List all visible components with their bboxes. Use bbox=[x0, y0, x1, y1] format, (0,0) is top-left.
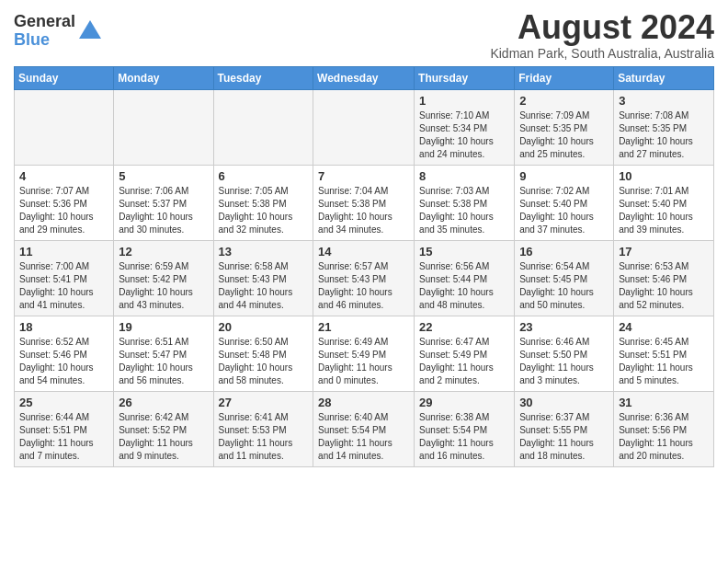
day-number: 9 bbox=[519, 169, 609, 183]
day-info: Sunrise: 7:07 AM Sunset: 5:36 PM Dayligh… bbox=[19, 185, 108, 236]
day-number: 16 bbox=[519, 245, 609, 259]
day-number: 23 bbox=[519, 320, 609, 334]
calendar-cell: 4Sunrise: 7:07 AM Sunset: 5:36 PM Daylig… bbox=[15, 165, 114, 240]
calendar-table: SundayMondayTuesdayWednesdayThursdayFrid… bbox=[14, 66, 714, 467]
day-info: Sunrise: 6:57 AM Sunset: 5:43 PM Dayligh… bbox=[318, 260, 409, 312]
day-info: Sunrise: 6:50 AM Sunset: 5:48 PM Dayligh… bbox=[219, 336, 309, 387]
day-info: Sunrise: 6:36 AM Sunset: 5:56 PM Dayligh… bbox=[619, 411, 709, 463]
day-number: 30 bbox=[519, 396, 609, 409]
day-number: 27 bbox=[219, 396, 309, 409]
calendar-cell: 9Sunrise: 7:02 AM Sunset: 5:40 PM Daylig… bbox=[515, 165, 614, 240]
calendar-cell: 29Sunrise: 6:38 AM Sunset: 5:54 PM Dayli… bbox=[415, 391, 515, 466]
day-number: 25 bbox=[19, 396, 108, 409]
day-info: Sunrise: 7:00 AM Sunset: 5:41 PM Dayligh… bbox=[19, 260, 108, 312]
logo-text: GeneralBlue bbox=[14, 13, 75, 50]
month-year-title: August 2024 bbox=[490, 9, 714, 46]
calendar-week-1: 1Sunrise: 7:10 AM Sunset: 5:34 PM Daylig… bbox=[15, 89, 714, 165]
calendar-cell: 16Sunrise: 6:54 AM Sunset: 5:45 PM Dayli… bbox=[515, 240, 614, 316]
calendar-cell: 17Sunrise: 6:53 AM Sunset: 5:46 PM Dayli… bbox=[614, 240, 714, 316]
day-info: Sunrise: 6:54 AM Sunset: 5:45 PM Dayligh… bbox=[519, 260, 609, 312]
day-info: Sunrise: 7:05 AM Sunset: 5:38 PM Dayligh… bbox=[219, 185, 309, 236]
calendar-cell bbox=[114, 89, 213, 165]
calendar-cell: 24Sunrise: 6:45 AM Sunset: 5:51 PM Dayli… bbox=[614, 316, 714, 391]
day-info: Sunrise: 6:47 AM Sunset: 5:49 PM Dayligh… bbox=[419, 336, 509, 387]
day-info: Sunrise: 6:51 AM Sunset: 5:47 PM Dayligh… bbox=[119, 336, 208, 387]
day-number: 11 bbox=[19, 245, 108, 259]
day-number: 6 bbox=[219, 169, 309, 183]
day-info: Sunrise: 6:53 AM Sunset: 5:46 PM Dayligh… bbox=[619, 260, 709, 312]
calendar-week-3: 11Sunrise: 7:00 AM Sunset: 5:41 PM Dayli… bbox=[15, 240, 714, 316]
day-number: 4 bbox=[19, 169, 108, 183]
day-number: 31 bbox=[619, 396, 709, 409]
svg-marker-0 bbox=[79, 20, 101, 39]
day-number: 20 bbox=[219, 320, 309, 334]
day-info: Sunrise: 6:38 AM Sunset: 5:54 PM Dayligh… bbox=[419, 411, 509, 463]
calendar-cell: 18Sunrise: 6:52 AM Sunset: 5:46 PM Dayli… bbox=[15, 316, 114, 391]
day-info: Sunrise: 6:41 AM Sunset: 5:53 PM Dayligh… bbox=[219, 411, 309, 463]
day-number: 24 bbox=[619, 320, 709, 334]
day-info: Sunrise: 7:02 AM Sunset: 5:40 PM Dayligh… bbox=[519, 185, 609, 236]
calendar-week-2: 4Sunrise: 7:07 AM Sunset: 5:36 PM Daylig… bbox=[15, 165, 714, 240]
day-info: Sunrise: 6:46 AM Sunset: 5:50 PM Dayligh… bbox=[519, 336, 609, 387]
title-area: August 2024 Kidman Park, South Australia… bbox=[490, 9, 714, 61]
calendar-cell: 19Sunrise: 6:51 AM Sunset: 5:47 PM Dayli… bbox=[114, 316, 213, 391]
weekday-header-wednesday: Wednesday bbox=[313, 66, 415, 89]
day-info: Sunrise: 7:06 AM Sunset: 5:37 PM Dayligh… bbox=[119, 185, 208, 236]
calendar-cell: 22Sunrise: 6:47 AM Sunset: 5:49 PM Dayli… bbox=[415, 316, 515, 391]
calendar-cell: 30Sunrise: 6:37 AM Sunset: 5:55 PM Dayli… bbox=[515, 391, 614, 466]
day-info: Sunrise: 7:01 AM Sunset: 5:40 PM Dayligh… bbox=[619, 185, 709, 236]
day-info: Sunrise: 6:52 AM Sunset: 5:46 PM Dayligh… bbox=[19, 336, 108, 387]
day-info: Sunrise: 7:10 AM Sunset: 5:34 PM Dayligh… bbox=[419, 109, 509, 161]
day-number: 1 bbox=[419, 94, 509, 108]
calendar-cell: 5Sunrise: 7:06 AM Sunset: 5:37 PM Daylig… bbox=[114, 165, 213, 240]
calendar-cell: 28Sunrise: 6:40 AM Sunset: 5:54 PM Dayli… bbox=[313, 391, 415, 466]
weekday-header-saturday: Saturday bbox=[614, 66, 714, 89]
day-number: 19 bbox=[119, 320, 208, 334]
calendar-week-4: 18Sunrise: 6:52 AM Sunset: 5:46 PM Dayli… bbox=[15, 316, 714, 391]
calendar-cell: 25Sunrise: 6:44 AM Sunset: 5:51 PM Dayli… bbox=[15, 391, 114, 466]
day-info: Sunrise: 6:56 AM Sunset: 5:44 PM Dayligh… bbox=[419, 260, 509, 312]
calendar-cell: 12Sunrise: 6:59 AM Sunset: 5:42 PM Dayli… bbox=[114, 240, 213, 316]
day-info: Sunrise: 7:08 AM Sunset: 5:35 PM Dayligh… bbox=[619, 109, 709, 161]
calendar-cell: 7Sunrise: 7:04 AM Sunset: 5:38 PM Daylig… bbox=[313, 165, 415, 240]
day-number: 22 bbox=[419, 320, 509, 334]
day-info: Sunrise: 7:04 AM Sunset: 5:38 PM Dayligh… bbox=[318, 185, 409, 236]
day-number: 18 bbox=[19, 320, 108, 334]
day-number: 21 bbox=[318, 320, 409, 334]
calendar-cell bbox=[213, 89, 313, 165]
day-info: Sunrise: 7:09 AM Sunset: 5:35 PM Dayligh… bbox=[519, 109, 609, 161]
calendar-cell: 15Sunrise: 6:56 AM Sunset: 5:44 PM Dayli… bbox=[415, 240, 515, 316]
calendar-cell: 20Sunrise: 6:50 AM Sunset: 5:48 PM Dayli… bbox=[213, 316, 313, 391]
day-number: 26 bbox=[119, 396, 208, 409]
day-number: 3 bbox=[619, 94, 709, 108]
calendar-cell: 1Sunrise: 7:10 AM Sunset: 5:34 PM Daylig… bbox=[415, 89, 515, 165]
day-number: 14 bbox=[318, 245, 409, 259]
calendar-cell bbox=[313, 89, 415, 165]
weekday-header-thursday: Thursday bbox=[415, 66, 515, 89]
day-info: Sunrise: 7:03 AM Sunset: 5:38 PM Dayligh… bbox=[419, 185, 509, 236]
day-info: Sunrise: 6:44 AM Sunset: 5:51 PM Dayligh… bbox=[19, 411, 108, 463]
calendar-cell: 27Sunrise: 6:41 AM Sunset: 5:53 PM Dayli… bbox=[213, 391, 313, 466]
day-info: Sunrise: 6:59 AM Sunset: 5:42 PM Dayligh… bbox=[119, 260, 208, 312]
day-number: 29 bbox=[419, 396, 509, 409]
calendar-cell: 23Sunrise: 6:46 AM Sunset: 5:50 PM Dayli… bbox=[515, 316, 614, 391]
calendar-cell: 13Sunrise: 6:58 AM Sunset: 5:43 PM Dayli… bbox=[213, 240, 313, 316]
day-info: Sunrise: 6:42 AM Sunset: 5:52 PM Dayligh… bbox=[119, 411, 208, 463]
day-number: 7 bbox=[318, 169, 409, 183]
calendar-cell: 31Sunrise: 6:36 AM Sunset: 5:56 PM Dayli… bbox=[614, 391, 714, 466]
calendar-week-5: 25Sunrise: 6:44 AM Sunset: 5:51 PM Dayli… bbox=[15, 391, 714, 466]
day-info: Sunrise: 6:49 AM Sunset: 5:49 PM Dayligh… bbox=[318, 336, 409, 387]
day-number: 10 bbox=[619, 169, 709, 183]
day-info: Sunrise: 6:45 AM Sunset: 5:51 PM Dayligh… bbox=[619, 336, 709, 387]
day-number: 15 bbox=[419, 245, 509, 259]
calendar-cell: 21Sunrise: 6:49 AM Sunset: 5:49 PM Dayli… bbox=[313, 316, 415, 391]
day-info: Sunrise: 6:40 AM Sunset: 5:54 PM Dayligh… bbox=[318, 411, 409, 463]
calendar-cell: 14Sunrise: 6:57 AM Sunset: 5:43 PM Dayli… bbox=[313, 240, 415, 316]
day-info: Sunrise: 6:37 AM Sunset: 5:55 PM Dayligh… bbox=[519, 411, 609, 463]
calendar-cell: 26Sunrise: 6:42 AM Sunset: 5:52 PM Dayli… bbox=[114, 391, 213, 466]
calendar-cell: 11Sunrise: 7:00 AM Sunset: 5:41 PM Dayli… bbox=[15, 240, 114, 316]
weekday-header-monday: Monday bbox=[114, 66, 213, 89]
location-subtitle: Kidman Park, South Australia, Australia bbox=[490, 46, 714, 61]
day-number: 2 bbox=[519, 94, 609, 108]
calendar-cell: 2Sunrise: 7:09 AM Sunset: 5:35 PM Daylig… bbox=[515, 89, 614, 165]
